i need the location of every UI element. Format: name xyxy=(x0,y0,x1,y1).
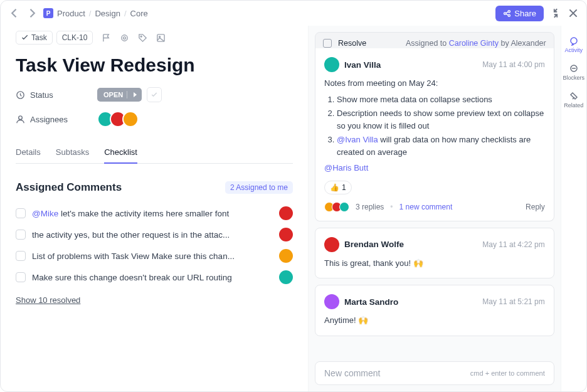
close-icon[interactable] xyxy=(568,8,579,19)
assigned-comment-row[interactable]: @Mike let's make the activity items here… xyxy=(16,203,293,224)
avatar xyxy=(279,206,293,220)
assigned-count-badge: 2 Assigned to me xyxy=(225,181,293,194)
svg-point-3 xyxy=(122,34,127,40)
mention[interactable]: @Ivan Villa xyxy=(337,135,378,144)
tab-details[interactable]: Details xyxy=(16,142,41,163)
breadcrumb-item[interactable]: Core xyxy=(130,9,148,18)
assigned-comment-row[interactable]: Make sure this change doesn't break our … xyxy=(16,267,293,288)
comment-author: Brendan Wolfe xyxy=(344,240,404,249)
svg-point-0 xyxy=(504,12,506,14)
avatar xyxy=(339,202,349,212)
status-pill[interactable]: OPEN xyxy=(97,88,142,102)
tabs: DetailsSubtasksChecklist xyxy=(16,142,293,164)
task-type-chip[interactable]: Task xyxy=(16,31,53,45)
comment-composer[interactable]: New comment cmd + enter to comment xyxy=(315,361,554,385)
comment-checkbox[interactable] xyxy=(16,251,26,261)
tab-checklist[interactable]: Checklist xyxy=(104,142,137,163)
avatar xyxy=(324,294,339,309)
collapse-icon[interactable] xyxy=(550,8,561,19)
breadcrumb: P Product / Design / Core xyxy=(43,8,148,18)
resolve-checkbox[interactable] xyxy=(323,39,332,48)
comment-text: Make sure this change doesn't break our … xyxy=(32,273,273,282)
comment-list: @Mike let's make the activity items here… xyxy=(16,203,293,288)
composer-hint: cmd + enter to comment xyxy=(470,369,545,377)
svg-point-7 xyxy=(159,36,161,37)
avatar xyxy=(279,249,293,263)
image-icon[interactable] xyxy=(156,33,166,43)
svg-point-2 xyxy=(508,14,510,16)
section-title: Assigned Comments xyxy=(16,181,122,194)
topbar: P Product / Design / Core Share xyxy=(1,1,586,26)
replies-count[interactable]: 3 replies xyxy=(356,203,384,211)
reaction-pill[interactable]: 👍1 xyxy=(324,181,352,194)
svg-point-1 xyxy=(508,10,510,12)
task-detail-panel: Task CLK-10 Task View Redesign Status OP… xyxy=(1,26,308,391)
breadcrumb-item[interactable]: Product xyxy=(57,9,85,18)
comment-card: Ivan Villa May 11 at 4:00 pm Notes from … xyxy=(315,48,554,221)
avatar xyxy=(279,228,293,241)
comment-text: the activity yes, but the other request … xyxy=(32,230,273,240)
comment-checkbox[interactable] xyxy=(16,208,26,218)
show-resolved-link[interactable]: Show 10 resolved xyxy=(16,295,80,305)
assigned-comment-row[interactable]: List of problems with Task View Make sur… xyxy=(16,245,293,267)
comment-card: Brendan Wolfe May 11 at 4:22 pm This is … xyxy=(315,228,554,279)
mention[interactable]: @Mike xyxy=(32,209,58,218)
comment-time: May 11 at 4:00 pm xyxy=(482,60,544,69)
share-button[interactable]: Share xyxy=(495,6,544,21)
resolve-label: Resolve xyxy=(338,39,366,48)
comment-checkbox[interactable] xyxy=(16,230,26,240)
comment-time: May 11 at 4:22 pm xyxy=(482,240,544,249)
assignee-link[interactable]: Caroline Ginty xyxy=(449,39,499,48)
rail-activity[interactable]: Activity xyxy=(561,32,586,57)
task-id-chip[interactable]: CLK-10 xyxy=(56,31,93,45)
svg-point-4 xyxy=(124,36,126,39)
reply-button[interactable]: Reply xyxy=(526,203,545,211)
avatar xyxy=(324,237,339,252)
task-title: Task View Redesign xyxy=(16,55,293,76)
nav-forward-button[interactable] xyxy=(26,7,38,19)
tab-subtasks[interactable]: Subtasks xyxy=(56,142,89,163)
side-rail: ActivityBlockersRelated xyxy=(561,26,586,392)
comment-card: Marta Sandro May 11 at 5:21 pm Anytime! … xyxy=(315,285,554,336)
comment-author: Marta Sandro xyxy=(344,297,398,307)
mention[interactable]: @Haris Butt xyxy=(324,163,368,172)
comment-text: @Mike let's make the activity items here… xyxy=(32,209,273,218)
svg-point-10 xyxy=(571,38,577,44)
breadcrumb-item[interactable]: Design xyxy=(95,9,120,18)
avatar xyxy=(279,270,293,284)
activity-panel: Resolve Assigned to Caroline Ginty by Al… xyxy=(308,26,561,391)
svg-point-5 xyxy=(141,36,142,37)
project-badge: P xyxy=(43,8,53,18)
svg-point-9 xyxy=(19,115,23,119)
tag-icon[interactable] xyxy=(138,33,147,43)
rail-blockers[interactable]: Blockers xyxy=(561,60,586,85)
avatar xyxy=(122,111,139,127)
composer-placeholder: New comment xyxy=(324,368,380,378)
flag-icon[interactable] xyxy=(102,33,111,43)
target-icon[interactable] xyxy=(120,33,129,43)
comment-checkbox[interactable] xyxy=(16,272,26,282)
complete-checkbox[interactable] xyxy=(147,87,162,102)
avatar xyxy=(324,57,339,72)
status-label: Status xyxy=(16,90,97,100)
assigned-to-text: Assigned to Caroline Ginty by Alexander xyxy=(406,39,546,48)
rail-related[interactable]: Related xyxy=(561,87,586,112)
nav-back-button[interactable] xyxy=(8,7,21,19)
assignee-avatars[interactable] xyxy=(97,111,139,127)
comment-time: May 11 at 5:21 pm xyxy=(482,297,544,306)
comment-author: Ivan Villa xyxy=(344,60,381,70)
comment-text: List of problems with Task View Make sur… xyxy=(32,252,273,261)
assignees-label: Assignees xyxy=(16,115,97,124)
assigned-comment-row[interactable]: the activity yes, but the other request … xyxy=(16,224,293,245)
new-comment-indicator[interactable]: 1 new comment xyxy=(399,203,453,211)
